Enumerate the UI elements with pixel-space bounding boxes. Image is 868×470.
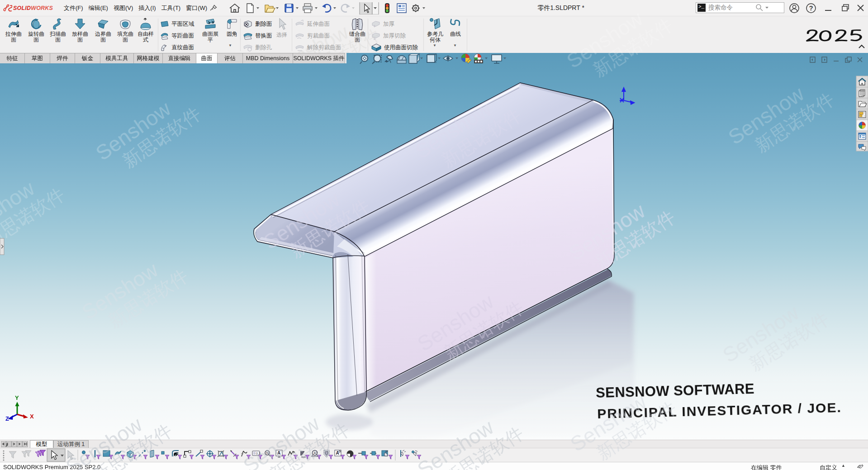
svg-text:A: A	[336, 451, 339, 456]
svg-text:Z: Z	[5, 415, 9, 422]
svg-text:A: A	[277, 451, 280, 456]
svg-text:A1: A1	[314, 451, 318, 455]
svg-text:Y: Y	[15, 394, 19, 401]
svg-text:0.3: 0.3	[256, 452, 261, 455]
svg-text:X: X	[30, 413, 34, 420]
svg-text:N: N	[266, 451, 269, 455]
